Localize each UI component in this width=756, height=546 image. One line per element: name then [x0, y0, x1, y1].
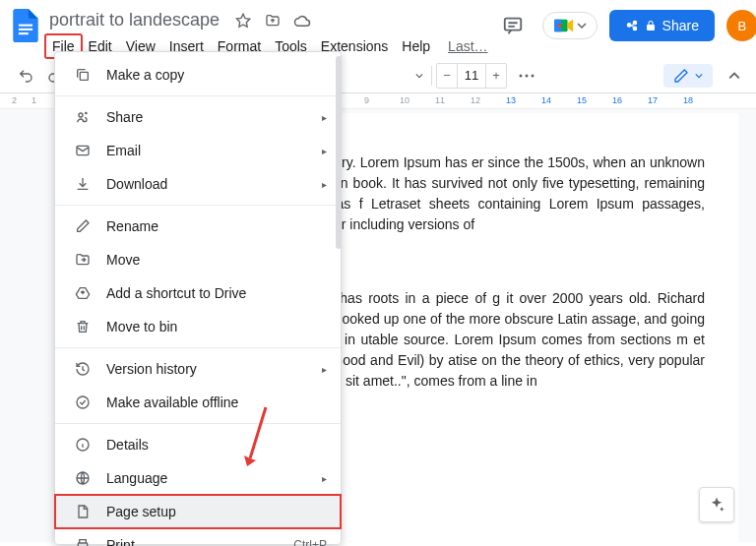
- menu-item-make-available-offline[interactable]: Make available offline: [55, 386, 341, 419]
- menu-item-version-history[interactable]: Version history▸: [55, 352, 341, 386]
- menu-item-label: Rename: [106, 218, 327, 234]
- menu-item-make-a-copy[interactable]: Make a copy: [55, 58, 341, 91]
- submenu-arrow-icon: ▸: [322, 112, 327, 123]
- app-header: portrait to landescape File Edit View In…: [0, 0, 756, 58]
- cloud-status-icon[interactable]: [292, 11, 312, 30]
- ruler-mark: 13: [506, 95, 516, 105]
- last-edit-link[interactable]: Last…: [441, 34, 494, 58]
- submenu-arrow-icon: ▸: [322, 473, 327, 484]
- meet-button[interactable]: [542, 12, 598, 39]
- offline-icon: [73, 394, 93, 410]
- svg-rect-11: [80, 72, 88, 80]
- menu-item-label: Email: [106, 143, 322, 158]
- menu-item-print[interactable]: PrintCtrl+P: [55, 528, 341, 546]
- print-icon: [73, 537, 93, 546]
- trash-icon: [73, 319, 93, 334]
- svg-rect-1: [19, 29, 32, 30]
- menu-item-page-setup[interactable]: Page setup: [55, 495, 341, 528]
- more-toolbar-icon[interactable]: [513, 62, 540, 90]
- menu-item-label: Language: [106, 470, 322, 486]
- dropdown-separator: [55, 205, 341, 206]
- menu-item-shortcut: Ctrl+P: [293, 538, 327, 546]
- rename-icon: [73, 218, 93, 234]
- ruler-mark: 10: [400, 95, 410, 105]
- svg-point-9: [526, 74, 529, 77]
- dropdown-separator: [55, 347, 341, 348]
- doc-title[interactable]: portrait to landescape: [45, 8, 223, 32]
- menu-item-details[interactable]: Details: [55, 428, 341, 461]
- font-family-select[interactable]: [378, 68, 427, 84]
- comments-icon[interactable]: [495, 8, 531, 43]
- ruler-mark: 12: [471, 95, 480, 105]
- editing-mode-button[interactable]: [663, 64, 713, 88]
- share-button[interactable]: Share: [609, 10, 715, 41]
- page-icon: [73, 504, 93, 519]
- submenu-arrow-icon: ▸: [322, 364, 327, 375]
- ruler-mark: 11: [435, 95, 445, 105]
- move-to-folder-icon[interactable]: [263, 11, 283, 30]
- ruler-mark: 14: [541, 95, 551, 105]
- menu-item-label: Make available offline: [106, 394, 327, 410]
- menu-item-email[interactable]: Email▸: [55, 134, 341, 167]
- copy-icon: [73, 67, 93, 83]
- ruler-mark: 16: [612, 95, 622, 105]
- svg-point-14: [77, 396, 89, 408]
- font-size-value[interactable]: 11: [457, 64, 486, 88]
- submenu-arrow-icon: ▸: [322, 146, 327, 156]
- svg-point-6: [557, 24, 561, 28]
- ruler-mark: 1: [32, 95, 36, 105]
- menu-item-label: Share: [106, 109, 322, 125]
- ruler-mark: 9: [364, 95, 369, 105]
- menu-item-move[interactable]: Move: [55, 243, 341, 276]
- dropdown-separator: [55, 423, 341, 424]
- menu-item-add-a-shortcut-to-drive[interactable]: Add a shortcut to Drive: [55, 276, 341, 310]
- menu-item-label: Add a shortcut to Drive: [106, 285, 327, 301]
- submenu-arrow-icon: ▸: [322, 179, 327, 190]
- svg-point-12: [79, 113, 83, 117]
- menu-item-label: Print: [106, 537, 293, 546]
- history-icon: [73, 361, 93, 377]
- svg-rect-3: [504, 19, 521, 30]
- menu-item-label: Download: [106, 176, 322, 192]
- font-size-control: − 11 +: [436, 63, 507, 89]
- collapse-toolbar-icon[interactable]: [724, 64, 744, 88]
- ruler-mark: 18: [683, 95, 693, 105]
- svg-rect-0: [19, 25, 32, 27]
- menu-item-label: Version history: [106, 361, 322, 377]
- drivesc-icon: [73, 285, 93, 301]
- file-menu-dropdown: Make a copyShare▸Email▸Download▸RenameMo…: [54, 51, 342, 545]
- email-icon: [73, 143, 93, 158]
- dropdown-separator: [55, 95, 341, 96]
- ruler-mark: 2: [12, 95, 17, 105]
- download-icon: [73, 176, 93, 192]
- menu-item-label: Make a copy: [106, 67, 327, 83]
- ruler-mark: 17: [648, 95, 658, 105]
- menu-item-share[interactable]: Share▸: [55, 100, 341, 134]
- share-icon: [73, 109, 93, 125]
- menu-item-rename[interactable]: Rename: [55, 210, 341, 243]
- info-icon: [73, 437, 93, 453]
- menu-item-move-to-bin[interactable]: Move to bin: [55, 310, 341, 343]
- svg-point-8: [520, 74, 523, 77]
- docs-logo-icon[interactable]: [12, 8, 39, 43]
- account-avatar[interactable]: B: [726, 10, 756, 41]
- menu-item-label: Move: [106, 252, 327, 268]
- undo-icon[interactable]: [12, 62, 39, 90]
- menu-help[interactable]: Help: [395, 34, 437, 58]
- svg-point-10: [532, 74, 535, 77]
- menu-item-label: Details: [106, 437, 327, 453]
- font-size-increase[interactable]: +: [486, 64, 506, 88]
- globe-icon: [73, 470, 93, 486]
- menu-item-language[interactable]: Language▸: [55, 461, 341, 495]
- svg-rect-2: [19, 32, 29, 34]
- menu-item-download[interactable]: Download▸: [55, 167, 341, 201]
- font-size-decrease[interactable]: −: [437, 64, 457, 88]
- menu-item-label: Move to bin: [106, 319, 327, 334]
- menu-item-label: Page setup: [106, 504, 327, 519]
- explore-button[interactable]: [699, 487, 734, 522]
- ruler-mark: 15: [577, 95, 587, 105]
- share-button-label: Share: [662, 18, 699, 33]
- star-icon[interactable]: [233, 11, 253, 30]
- move-icon: [73, 252, 93, 268]
